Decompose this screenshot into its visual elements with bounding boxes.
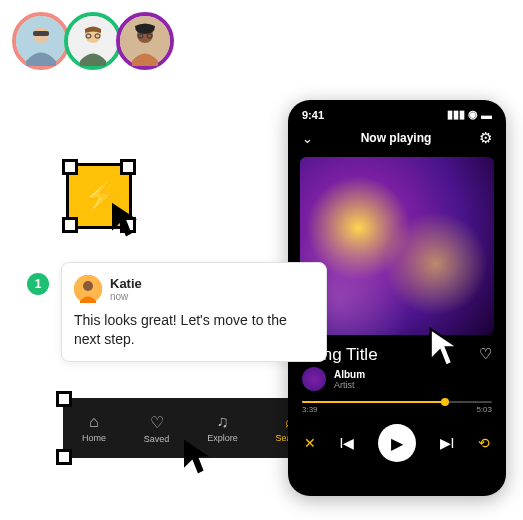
resize-handle-top-right[interactable] <box>120 159 136 175</box>
time-elapsed: 3:39 <box>302 405 318 414</box>
wifi-icon: ◉ <box>468 108 478 121</box>
progress-fill <box>302 401 445 403</box>
progress-bar[interactable] <box>302 401 492 403</box>
time-total: 5:03 <box>476 405 492 414</box>
album-name: Album <box>334 369 365 380</box>
signal-icon: ▮▮▮ <box>447 108 465 121</box>
cursor-icon <box>180 437 216 483</box>
nav-label: Home <box>82 433 106 443</box>
comment-timestamp: now <box>110 291 142 302</box>
avatar-user-3[interactable] <box>116 12 174 70</box>
shuffle-button[interactable]: ✕ <box>304 435 316 451</box>
nav-label: Saved <box>144 434 170 444</box>
status-bar: 9:41 ▮▮▮ ◉ ▬ <box>288 100 506 123</box>
artist-name: Artist <box>334 380 365 390</box>
resize-handle-bottom-left[interactable] <box>56 449 72 465</box>
status-time: 9:41 <box>302 109 324 121</box>
next-button[interactable]: ▶I <box>440 435 455 451</box>
battery-icon: ▬ <box>481 109 492 121</box>
avatar-user-2[interactable] <box>64 12 122 70</box>
favorite-button[interactable]: ♡ <box>479 345 492 363</box>
avatar-user-1[interactable] <box>12 12 70 70</box>
music-icon: ♫ <box>216 413 228 431</box>
comment-body: This looks great! Let's move to the next… <box>74 311 314 349</box>
resize-handle-bottom-left[interactable] <box>62 217 78 233</box>
progress-thumb[interactable] <box>441 398 449 406</box>
nav-item-saved[interactable]: ♡ Saved <box>144 413 170 444</box>
resize-handle-top-left[interactable] <box>56 391 72 407</box>
play-button[interactable]: ▶ <box>378 424 416 462</box>
cursor-icon <box>108 200 144 246</box>
comment-avatar <box>74 275 102 303</box>
resize-handle-top-left[interactable] <box>62 159 78 175</box>
previous-button[interactable]: I◀ <box>340 435 355 451</box>
svg-rect-2 <box>33 31 49 36</box>
gear-icon[interactable]: ⚙ <box>479 129 492 147</box>
svg-point-12 <box>83 281 93 291</box>
cursor-outline-icon <box>426 326 466 376</box>
album-artwork <box>300 157 494 335</box>
album-thumbnail[interactable] <box>302 367 326 391</box>
heart-icon: ♡ <box>150 413 164 432</box>
header-title: Now playing <box>313 131 479 145</box>
nav-item-home[interactable]: ⌂ Home <box>82 413 106 443</box>
chevron-down-icon[interactable]: ⌄ <box>302 131 313 146</box>
step-badge: 1 <box>27 273 49 295</box>
collaborator-avatars <box>12 12 168 70</box>
home-icon: ⌂ <box>89 413 99 431</box>
comment-card[interactable]: Katie now This looks great! Let's move t… <box>61 262 327 362</box>
repeat-button[interactable]: ⟲ <box>478 435 490 451</box>
comment-author: Katie <box>110 276 142 291</box>
